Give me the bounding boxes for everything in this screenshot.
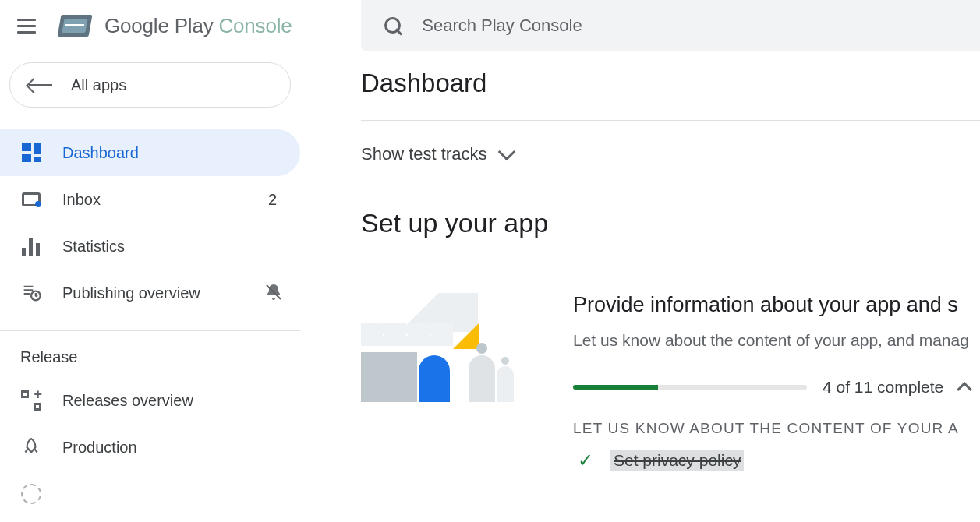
- card-title: Provide information about your app and s: [573, 293, 980, 317]
- setup-illustration: [361, 293, 540, 402]
- setup-card: Provide information about your app and s…: [361, 293, 980, 471]
- brand-primary: Google Play: [104, 14, 213, 37]
- brand-logo[interactable]: Google Play Console: [59, 12, 292, 40]
- chevron-down-icon: [498, 143, 516, 161]
- all-apps-label: All apps: [71, 76, 126, 94]
- chevron-up-icon[interactable]: [957, 382, 972, 397]
- progress-label: 4 of 11 complete: [823, 378, 943, 397]
- notifications-off-icon: [264, 283, 285, 303]
- inbox-badge: 2: [268, 191, 285, 209]
- publishing-icon: [20, 282, 42, 304]
- search-bar[interactable]: [361, 0, 980, 51]
- brand-secondary: Console: [218, 14, 292, 37]
- progress-row: 4 of 11 complete: [573, 378, 980, 397]
- progress-bar: [573, 385, 807, 390]
- section-release: Release: [0, 348, 300, 366]
- sidebar-item-inbox[interactable]: Inbox 2: [0, 176, 300, 223]
- inbox-icon: [20, 189, 42, 210]
- page-title: Dashboard: [361, 69, 980, 98]
- brand-text: Google Play Console: [104, 14, 292, 38]
- sidebar-item-publishing-overview[interactable]: Publishing overview: [0, 270, 300, 316]
- rocket-icon: [20, 436, 42, 458]
- sidebar-item-label: Statistics: [62, 238, 125, 256]
- main-content: Dashboard Show test tracks Set up your a…: [361, 51, 980, 471]
- search-icon: [383, 16, 402, 36]
- task-set-privacy-policy[interactable]: Set privacy policy: [610, 450, 744, 471]
- releases-icon: [20, 390, 42, 411]
- search-input[interactable]: [422, 16, 958, 36]
- task-row: ✓ Set privacy policy: [573, 450, 980, 471]
- menu-icon[interactable]: [16, 15, 37, 37]
- show-test-tracks-toggle[interactable]: Show test tracks: [361, 144, 980, 164]
- sidebar-item-label: Dashboard: [62, 144, 139, 162]
- task-group-heading: LET US KNOW ABOUT THE CONTENT OF YOUR A: [573, 420, 980, 437]
- sidebar-item-releases-overview[interactable]: Releases overview: [0, 377, 300, 424]
- sidebar-item-testing[interactable]: [0, 471, 300, 517]
- dashboard-icon: [20, 142, 42, 164]
- show-tracks-label: Show test tracks: [361, 144, 486, 164]
- sidebar-item-label: Production: [62, 439, 137, 457]
- bar-chart-icon: [20, 235, 42, 257]
- sidebar-item-statistics[interactable]: Statistics: [0, 223, 300, 270]
- all-apps-button[interactable]: All apps: [9, 62, 291, 108]
- sidebar-item-label: Releases overview: [62, 392, 193, 410]
- divider: [361, 120, 980, 121]
- setup-heading: Set up your app: [361, 208, 980, 238]
- sidebar-item-production[interactable]: Production: [0, 424, 300, 471]
- sidebar: All apps Dashboard Inbox 2 Statistics Pu…: [0, 51, 300, 522]
- check-icon: ✓: [578, 450, 593, 471]
- sidebar-item-label: Publishing overview: [62, 284, 200, 302]
- arrow-left-icon: [29, 84, 52, 86]
- sidebar-item-dashboard[interactable]: Dashboard: [0, 129, 300, 176]
- play-console-icon: [59, 12, 94, 40]
- card-subtitle: Let us know about the content of your ap…: [573, 331, 980, 350]
- divider: [0, 330, 300, 331]
- testing-icon: [20, 483, 42, 505]
- sidebar-item-label: Inbox: [62, 191, 101, 209]
